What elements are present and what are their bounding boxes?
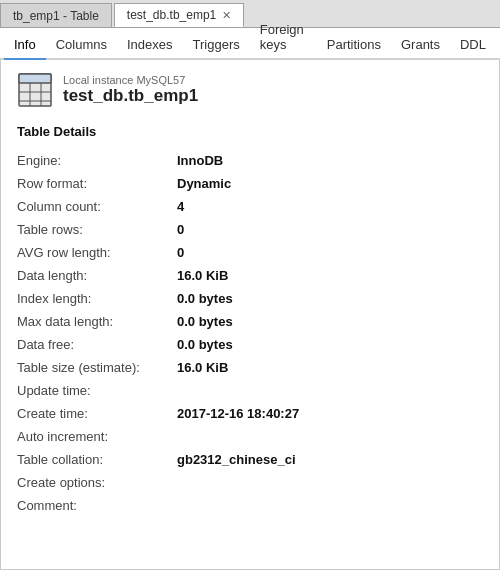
detail-label: Table rows:: [17, 220, 177, 239]
tab-label: test_db.tb_emp1: [127, 8, 216, 22]
nav-tab-foreign-keys-label: Foreign keys: [260, 22, 304, 52]
detail-value: InnoDB: [177, 151, 483, 170]
nav-tab-info-label: Info: [14, 37, 36, 52]
detail-value: [177, 496, 483, 515]
nav-tab-partitions[interactable]: Partitions: [317, 33, 391, 60]
detail-value: 4: [177, 197, 483, 216]
detail-value: [177, 381, 483, 400]
svg-rect-1: [19, 74, 51, 83]
detail-value: 2017-12-16 18:40:27: [177, 404, 483, 423]
detail-label: Table collation:: [17, 450, 177, 469]
detail-grid: Engine:InnoDBRow format:DynamicColumn co…: [17, 151, 483, 515]
detail-label: Create options:: [17, 473, 177, 492]
detail-label: Column count:: [17, 197, 177, 216]
nav-tab-foreign-keys[interactable]: Foreign keys: [250, 18, 317, 60]
nav-tab-triggers[interactable]: Triggers: [183, 33, 250, 60]
nav-tab-columns-label: Columns: [56, 37, 107, 52]
detail-value: gb2312_chinese_ci: [177, 450, 483, 469]
tab-tb-emp1-table[interactable]: tb_emp1 - Table: [0, 3, 112, 27]
detail-label: Data length:: [17, 266, 177, 285]
detail-label: AVG row length:: [17, 243, 177, 262]
nav-tab-indexes-label: Indexes: [127, 37, 173, 52]
tab-test-db-tb-emp1[interactable]: test_db.tb_emp1 ✕: [114, 3, 244, 27]
detail-label: Row format:: [17, 174, 177, 193]
nav-tab-info[interactable]: Info: [4, 33, 46, 60]
nav-tab-partitions-label: Partitions: [327, 37, 381, 52]
main-content: Local instance MySQL57 test_db.tb_emp1 T…: [0, 60, 500, 570]
tab-label: tb_emp1 - Table: [13, 9, 99, 23]
detail-value: 0: [177, 243, 483, 262]
nav-tab-grants-label: Grants: [401, 37, 440, 52]
header-instance: Local instance MySQL57: [63, 74, 198, 86]
detail-label: Data free:: [17, 335, 177, 354]
detail-label: Auto increment:: [17, 427, 177, 446]
header-table-name: test_db.tb_emp1: [63, 86, 198, 106]
nav-tabs: Info Columns Indexes Triggers Foreign ke…: [0, 28, 500, 60]
section-title: Table Details: [17, 124, 483, 139]
nav-tab-triggers-label: Triggers: [193, 37, 240, 52]
nav-tab-ddl[interactable]: DDL: [450, 33, 496, 60]
detail-value: 0.0 bytes: [177, 289, 483, 308]
detail-label: Engine:: [17, 151, 177, 170]
detail-label: Comment:: [17, 496, 177, 515]
table-header: Local instance MySQL57 test_db.tb_emp1: [17, 72, 483, 108]
detail-value: 0: [177, 220, 483, 239]
detail-label: Max data length:: [17, 312, 177, 331]
detail-value: [177, 427, 483, 446]
detail-label: Create time:: [17, 404, 177, 423]
close-tab-icon[interactable]: ✕: [222, 9, 231, 22]
detail-value: 0.0 bytes: [177, 335, 483, 354]
detail-value: 16.0 KiB: [177, 266, 483, 285]
nav-tab-columns[interactable]: Columns: [46, 33, 117, 60]
nav-tab-ddl-label: DDL: [460, 37, 486, 52]
detail-label: Index length:: [17, 289, 177, 308]
header-text: Local instance MySQL57 test_db.tb_emp1: [63, 74, 198, 106]
detail-label: Update time:: [17, 381, 177, 400]
table-icon: [17, 72, 53, 108]
nav-tab-indexes[interactable]: Indexes: [117, 33, 183, 60]
nav-tab-grants[interactable]: Grants: [391, 33, 450, 60]
detail-value: 0.0 bytes: [177, 312, 483, 331]
detail-value: 16.0 KiB: [177, 358, 483, 377]
detail-value: Dynamic: [177, 174, 483, 193]
detail-value: [177, 473, 483, 492]
detail-label: Table size (estimate):: [17, 358, 177, 377]
